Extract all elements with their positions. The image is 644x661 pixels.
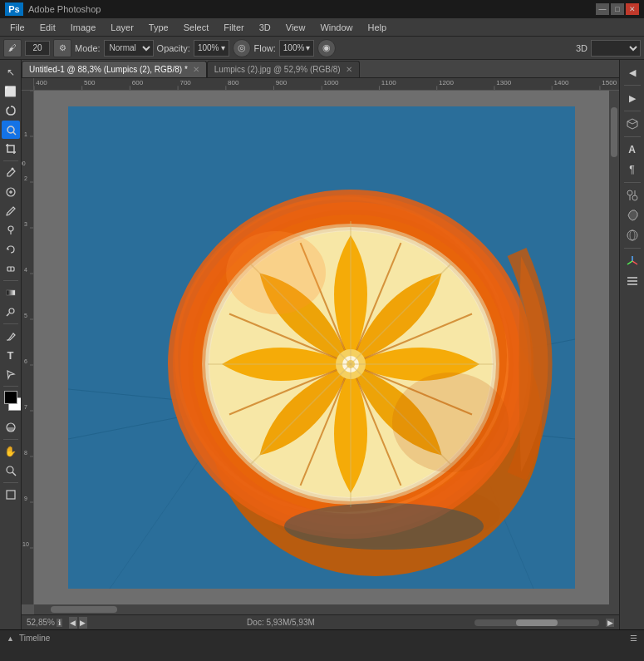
- color-swatches: [2, 391, 20, 416]
- window-controls: — □ ✕: [596, 3, 639, 15]
- status-scrollbar[interactable]: [474, 619, 599, 626]
- canvas-inner[interactable]: [34, 91, 609, 604]
- svg-text:4: 4: [24, 267, 27, 273]
- vertical-ruler: 100 1 2 3 4 5: [22, 91, 34, 604]
- menu-item-filter[interactable]: Filter: [217, 21, 250, 34]
- timeline-menu-icon[interactable]: ☰: [630, 634, 637, 643]
- dodge-tool[interactable]: [2, 303, 20, 321]
- 3d-sphere-button[interactable]: [623, 206, 642, 224]
- flow-label: Flow:: [254, 43, 276, 53]
- tab-close-lumpics[interactable]: ✕: [346, 65, 352, 74]
- menu-item-layer[interactable]: Layer: [104, 21, 140, 34]
- panel-collapse-button[interactable]: ◀: [623, 63, 642, 81]
- svg-text:3: 3: [24, 221, 27, 227]
- close-button[interactable]: ✕: [626, 3, 639, 15]
- brush-tool[interactable]: [2, 202, 20, 220]
- move-tool[interactable]: ↖: [2, 63, 20, 81]
- tab-label-untitled: Untitled-1 @ 88,3% (Lumpics (2), RGB/8) …: [29, 65, 188, 74]
- menu-item-window[interactable]: Window: [313, 21, 359, 34]
- canvas-display: [34, 91, 609, 604]
- menu-item-3d[interactable]: 3D: [253, 21, 278, 34]
- menu-item-view[interactable]: View: [279, 21, 312, 34]
- quick-mask-button[interactable]: [2, 418, 20, 437]
- foreground-color[interactable]: [4, 391, 17, 404]
- brush-settings-button[interactable]: ⚙: [53, 39, 71, 57]
- menu-item-select[interactable]: Select: [177, 21, 216, 34]
- history-brush-tool[interactable]: [2, 240, 20, 259]
- svg-rect-110: [627, 277, 637, 279]
- svg-point-10: [9, 308, 14, 313]
- hscroll-thumb[interactable]: [51, 606, 117, 613]
- svg-text:1200: 1200: [439, 80, 454, 86]
- lasso-tool[interactable]: [2, 101, 20, 120]
- vscroll-thumb[interactable]: [611, 107, 617, 157]
- svg-text:100: 100: [22, 160, 26, 166]
- status-scroll-right[interactable]: ▶: [606, 619, 614, 627]
- mode-select[interactable]: Normal Multiply Screen: [104, 40, 154, 57]
- brush-size-input[interactable]: [25, 41, 50, 56]
- svg-text:1100: 1100: [381, 80, 396, 86]
- rectangle-select-tool[interactable]: ⬜: [2, 82, 20, 101]
- svg-text:9: 9: [24, 496, 27, 501]
- gradient-tool[interactable]: [2, 284, 20, 302]
- zoom-tool[interactable]: [2, 461, 20, 480]
- svg-text:5: 5: [24, 313, 27, 318]
- menu-item-type[interactable]: Type: [142, 21, 175, 34]
- adjustments-button[interactable]: [623, 186, 642, 205]
- 3d-layers-button[interactable]: [623, 115, 642, 133]
- tool-separator-6: [3, 482, 18, 483]
- nav-prev-button[interactable]: ◀: [69, 617, 77, 629]
- svg-line-109: [627, 261, 632, 264]
- 3d-axis-button[interactable]: [623, 252, 642, 270]
- menu-item-file[interactable]: File: [3, 21, 32, 34]
- crop-tool[interactable]: [2, 140, 20, 158]
- app-title: Adobe Photoshop: [28, 4, 101, 14]
- minimize-button[interactable]: —: [596, 3, 609, 15]
- status-bar: 52,85% ℹ ◀ ▶ Doc: 5,93M/5,93M ▶: [22, 614, 619, 629]
- sphere-button[interactable]: [623, 226, 642, 244]
- nav-next-button[interactable]: ▶: [79, 617, 87, 629]
- svg-line-15: [12, 472, 16, 476]
- 3d-select[interactable]: 3D: [591, 40, 641, 57]
- eraser-tool[interactable]: [2, 259, 20, 278]
- canvas-vertical-scrollbar[interactable]: [609, 91, 619, 604]
- svg-text:900: 900: [276, 80, 287, 86]
- orange-illustration: [68, 106, 575, 589]
- status-scrollbar-thumb[interactable]: [516, 619, 558, 626]
- flow-settings-button[interactable]: ◉: [317, 39, 336, 57]
- right-paragraph-button[interactable]: ¶: [623, 160, 642, 179]
- tool-separator-2: [3, 280, 18, 281]
- hand-tool[interactable]: ✋: [2, 442, 20, 461]
- menu-item-edit[interactable]: Edit: [33, 21, 62, 34]
- right-type-button[interactable]: A: [623, 141, 642, 159]
- ruler-corner: [22, 78, 34, 91]
- maximize-button[interactable]: □: [611, 3, 624, 15]
- timeline-expand-icon[interactable]: ▲: [7, 634, 14, 643]
- eyedropper-tool[interactable]: [2, 164, 20, 182]
- zoom-info-button[interactable]: ℹ: [57, 619, 62, 627]
- ps-logo: Ps: [5, 2, 23, 16]
- tool-separator-4: [3, 386, 18, 387]
- menu-item-image[interactable]: Image: [64, 21, 103, 34]
- tab-untitled[interactable]: Untitled-1 @ 88,3% (Lumpics (2), RGB/8) …: [22, 61, 207, 77]
- tool-preset-button[interactable]: 🖌: [3, 39, 22, 57]
- healing-brush-tool[interactable]: [2, 183, 20, 201]
- tab-close-untitled[interactable]: ✕: [193, 65, 199, 74]
- airbrush-button[interactable]: ◎: [233, 39, 251, 57]
- tab-lumpics[interactable]: Lumpics (2).jpg @ 52,9% (RGB/8) ✕: [207, 61, 360, 77]
- zoom-value: 52,85%: [27, 618, 55, 627]
- canvas-horizontal-scrollbar[interactable]: [34, 604, 619, 614]
- right-arrow-button[interactable]: ▶: [623, 89, 642, 107]
- quick-select-tool[interactable]: [2, 121, 20, 139]
- canvas-with-rulers: 400 500 600 700 800 900: [22, 78, 619, 614]
- clone-stamp-tool[interactable]: [2, 221, 20, 239]
- path-select-tool[interactable]: [2, 365, 20, 383]
- menu-item-help[interactable]: Help: [361, 21, 394, 34]
- type-tool[interactable]: T: [2, 346, 20, 364]
- screen-mode-button[interactable]: [2, 486, 20, 504]
- title-bar: Ps Adobe Photoshop — □ ✕: [0, 0, 644, 18]
- horizontal-ruler: 400 500 600 700 800 900: [34, 78, 619, 91]
- layers-panel-button[interactable]: [623, 272, 642, 290]
- pen-tool[interactable]: [2, 327, 20, 345]
- svg-point-101: [627, 190, 632, 195]
